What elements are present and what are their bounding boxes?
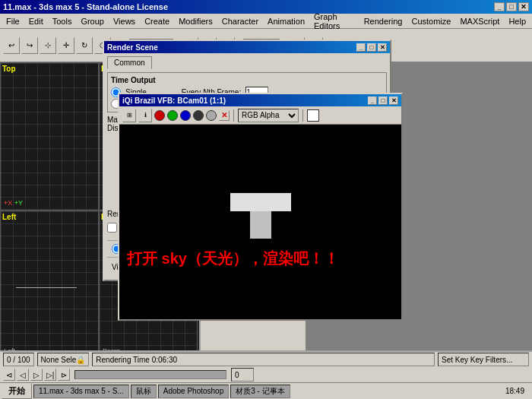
viewport-top-grid: [1, 63, 98, 210]
menu-maxscript[interactable]: MAXScript: [455, 15, 504, 27]
save-checkbox[interactable]: [107, 223, 117, 233]
prev-frame-btn[interactable]: ◁: [17, 369, 29, 381]
brazil-vfb-min-btn[interactable]: _: [368, 97, 377, 105]
brazil-white-swatch[interactable]: [307, 109, 319, 122]
render-scene-titlebar: Render Scene _ □ ✕: [104, 41, 390, 53]
taskbar-item-mouse[interactable]: 鼠标: [131, 385, 157, 398]
minimize-btn[interactable]: _: [494, 2, 505, 11]
brazil-vfb-titlebar: iQi Brazil VFB: BCam01 (1:1) _ □ ✕: [119, 94, 401, 106]
taskbar: 开始 11.max - 3ds max 5 - S... 鼠标 Adobe Ph…: [0, 382, 532, 399]
brazil-color-blue[interactable]: [180, 110, 191, 121]
menubar: File Edit Tools Group Views Create Modif…: [0, 14, 532, 29]
play-btn[interactable]: ▷: [30, 369, 43, 381]
time-output-title: Time Output: [111, 76, 383, 84]
menu-animation[interactable]: Animation: [263, 15, 309, 27]
taskbar-item-photoshop[interactable]: Adobe Photoshop: [158, 385, 230, 398]
brazil-x-btn[interactable]: ✕: [219, 110, 230, 121]
t-shape: [230, 193, 291, 239]
frame-value: 0: [231, 368, 254, 382]
brazil-color-dark[interactable]: [193, 110, 204, 121]
render-scene-title: Render Scene: [107, 43, 158, 52]
render-scene-min-btn[interactable]: _: [356, 43, 366, 52]
toolbar-undo[interactable]: ↩: [3, 37, 20, 54]
t-stem: [250, 211, 271, 239]
app-title: 11.max - 3ds max 5 - Stand-alone License: [3, 2, 168, 11]
left-label-text: Left: [4, 347, 15, 350]
persp-label-text: Persp: [103, 347, 121, 350]
menu-file[interactable]: File: [2, 15, 24, 27]
vfb-render-area: 打开 sky（天光），渲染吧！！: [119, 125, 401, 307]
taskbar-time: 18:49: [499, 387, 530, 395]
menu-views[interactable]: Views: [109, 15, 140, 27]
menu-modifiers[interactable]: Modifiers: [174, 15, 217, 27]
brazil-vfb-dialog: iQi Brazil VFB: BCam01 (1:1) _ □ ✕ ⊞ ℹ ✕…: [118, 93, 403, 321]
menu-group[interactable]: Group: [76, 15, 109, 27]
taskbar-item-max[interactable]: 11.max - 3ds max 5 - S...: [33, 385, 129, 398]
lock-icon: 🔒: [76, 356, 85, 364]
timeline[interactable]: [74, 370, 226, 379]
maximize-btn[interactable]: □: [506, 2, 517, 11]
menu-rendering[interactable]: Rendering: [359, 15, 407, 27]
viewport-top-label: Top: [2, 65, 16, 73]
app-titlebar: 11.max - 3ds max 5 - Stand-alone License…: [0, 0, 532, 14]
render-scene-title-btns: _ □ ✕: [356, 43, 387, 52]
statusbar-bottom: ⊲ ◁ ▷ ▷| ⊳ 0: [0, 367, 532, 382]
statusbar-area: 0 / 100 None Sele 🔒 Rendering Time 0:06:…: [0, 350, 532, 382]
tab-common[interactable]: Common: [107, 56, 152, 69]
viewport-left-grid: [1, 211, 98, 350]
toolbar-redo[interactable]: ↪: [21, 37, 38, 54]
close-btn[interactable]: ✕: [518, 2, 529, 11]
menu-tools[interactable]: Tools: [48, 15, 77, 27]
frame-counter: 0 / 100: [3, 353, 34, 366]
viewport-left-label: Left: [2, 213, 16, 221]
menu-help[interactable]: Help: [504, 15, 530, 27]
menu-customize[interactable]: Customize: [407, 15, 455, 27]
menu-character[interactable]: Character: [217, 15, 263, 27]
selection-info: None Sele 🔒: [37, 353, 90, 366]
left-vp-line: [16, 287, 77, 288]
render-scene-max-btn[interactable]: □: [367, 43, 376, 52]
menu-edit[interactable]: Edit: [24, 15, 48, 27]
viewport-left[interactable]: Left Left: [0, 211, 99, 350]
render-time-status: Rendering Time 0:06:30: [92, 353, 435, 366]
render-overlay-text: 打开 sky（天光），渲染吧！！: [127, 249, 339, 269]
brazil-vfb-title: iQi Brazil VFB: BCam01 (1:1): [122, 97, 226, 105]
brazil-vfb-max-btn[interactable]: □: [378, 97, 388, 105]
t-top: [230, 193, 291, 211]
render-scene-close-btn[interactable]: ✕: [378, 43, 387, 52]
render-scene-tab-row: Common: [107, 56, 387, 69]
y-axis: +Y: [14, 199, 23, 207]
toolbar-rotate[interactable]: ↻: [76, 37, 93, 54]
brazil-vfb-toolbar: ⊞ ℹ ✕ RGB Alpha: [119, 106, 401, 125]
titlebar-buttons: _ □ ✕: [494, 2, 529, 11]
menu-create[interactable]: Create: [140, 15, 174, 27]
brazil-color-green[interactable]: [167, 110, 178, 121]
brazil-color-red[interactable]: [154, 110, 165, 121]
last-frame-btn[interactable]: ⊳: [58, 369, 70, 381]
rendered-object: [230, 193, 291, 239]
coord-status: Set Key Key Filters...: [438, 353, 529, 366]
statusbar-top: 0 / 100 None Sele 🔒 Rendering Time 0:06:…: [0, 352, 532, 367]
brazil-sep1: [233, 109, 234, 122]
brazil-channel-dropdown[interactable]: RGB Alpha: [238, 109, 299, 122]
brazil-vfb-close-btn[interactable]: ✕: [389, 97, 398, 105]
toolbar-move[interactable]: ✛: [58, 37, 74, 54]
key-mode-btn[interactable]: ⊲: [3, 369, 15, 381]
x-axis: +X: [4, 199, 12, 207]
brazil-btn-info[interactable]: ℹ: [138, 109, 152, 122]
taskbar-item-notepad[interactable]: 材质3 - 记事本: [230, 385, 290, 398]
toolbar-select[interactable]: ⊹: [40, 37, 56, 54]
brazil-btn-grid[interactable]: ⊞: [122, 109, 136, 122]
brazil-color-gray[interactable]: [206, 110, 217, 121]
selection-text: None Sele: [41, 356, 77, 364]
brazil-sep2: [302, 109, 303, 122]
brazil-vfb-title-btns: _ □ ✕: [368, 97, 398, 105]
viewport-top[interactable]: Top +X +Y: [0, 62, 99, 211]
start-button[interactable]: 开始: [2, 383, 32, 399]
viewport-top-axis: +X +Y: [4, 199, 23, 207]
start-label: 开始: [8, 385, 25, 397]
animation-controls: ⊲ ◁ ▷ ▷| ⊳: [3, 369, 70, 381]
next-frame-btn[interactable]: ▷|: [44, 369, 56, 381]
